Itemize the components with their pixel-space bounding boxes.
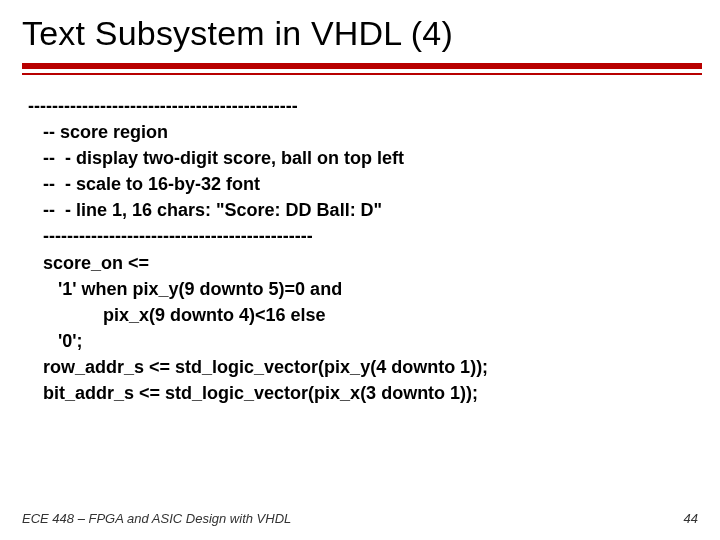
- code-line: -- - scale to 16-by-32 font: [28, 171, 698, 197]
- code-block: ----------------------------------------…: [22, 93, 698, 406]
- divider-thick: [22, 63, 702, 69]
- code-line: bit_addr_s <= std_logic_vector(pix_x(3 d…: [28, 380, 698, 406]
- page-title: Text Subsystem in VHDL (4): [22, 14, 698, 53]
- slide: Text Subsystem in VHDL (4) -------------…: [0, 0, 720, 540]
- code-line: -- score region: [28, 119, 698, 145]
- code-line: row_addr_s <= std_logic_vector(pix_y(4 d…: [28, 354, 698, 380]
- footer-course: ECE 448 – FPGA and ASIC Design with VHDL: [22, 511, 291, 526]
- code-line: -- - display two-digit score, ball on to…: [28, 145, 698, 171]
- code-line: ----------------------------------------…: [28, 223, 698, 249]
- page-number: 44: [684, 511, 698, 526]
- code-line: '1' when pix_y(9 downto 5)=0 and: [28, 276, 698, 302]
- code-line: ----------------------------------------…: [28, 93, 698, 119]
- code-line: pix_x(9 downto 4)<16 else: [28, 302, 698, 328]
- code-line: '0';: [28, 328, 698, 354]
- divider-thin: [22, 73, 702, 75]
- code-line: score_on <=: [28, 250, 698, 276]
- footer: ECE 448 – FPGA and ASIC Design with VHDL…: [22, 511, 698, 526]
- code-line: -- - line 1, 16 chars: "Score: DD Ball: …: [28, 197, 698, 223]
